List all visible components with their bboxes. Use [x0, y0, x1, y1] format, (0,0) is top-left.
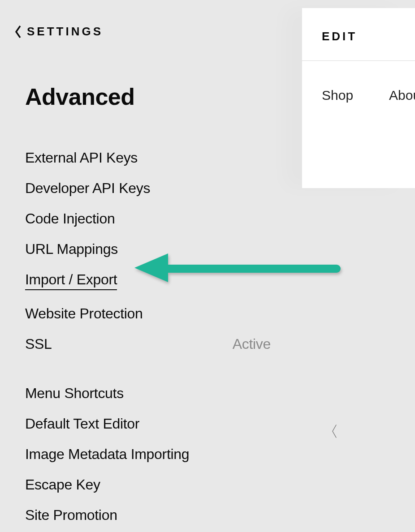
- menu-item-escape-key[interactable]: Escape Key: [25, 477, 271, 492]
- menu-item-website-protection[interactable]: Website Protection: [25, 306, 271, 321]
- menu-item-site-promotion[interactable]: Site Promotion: [25, 508, 271, 522]
- divider: [302, 60, 415, 61]
- menu-item-label: Image Metadata Importing: [25, 447, 189, 461]
- menu-item-label: URL Mappings: [25, 242, 118, 256]
- advanced-menu: External API Keys Developer API Keys Cod…: [25, 150, 271, 522]
- menu-item-label: Site Promotion: [25, 508, 117, 522]
- menu-item-external-api-keys[interactable]: External API Keys: [25, 150, 271, 165]
- menu-item-import-export[interactable]: Import / Export: [25, 272, 271, 290]
- menu-item-url-mappings[interactable]: URL Mappings: [25, 242, 271, 256]
- back-label: SETTINGS: [27, 25, 103, 39]
- menu-item-default-text-editor[interactable]: Default Text Editor: [25, 416, 271, 431]
- page-title: Advanced: [25, 83, 271, 110]
- menu-item-label: Website Protection: [25, 306, 143, 321]
- collapse-panel-button[interactable]: [331, 423, 339, 439]
- site-nav: Shop About: [322, 88, 415, 103]
- menu-item-label: Import / Export: [25, 272, 117, 290]
- menu-item-developer-api-keys[interactable]: Developer API Keys: [25, 181, 271, 195]
- status-badge: Active: [233, 337, 271, 351]
- menu-group-2: Menu Shortcuts Default Text Editor Image…: [25, 386, 271, 522]
- nav-link-about[interactable]: About: [389, 88, 415, 103]
- menu-item-label: Default Text Editor: [25, 416, 139, 431]
- menu-item-label: Developer API Keys: [25, 181, 150, 195]
- chevron-left-icon: [14, 25, 22, 39]
- edit-button[interactable]: EDIT: [322, 30, 415, 43]
- back-to-settings-button[interactable]: SETTINGS: [14, 25, 103, 39]
- menu-item-label: SSL: [25, 337, 52, 351]
- menu-item-label: Menu Shortcuts: [25, 386, 124, 400]
- nav-link-shop[interactable]: Shop: [322, 88, 353, 103]
- menu-item-ssl[interactable]: SSL Active: [25, 337, 271, 351]
- menu-group-1: External API Keys Developer API Keys Cod…: [25, 150, 271, 351]
- menu-item-label: Escape Key: [25, 477, 100, 492]
- menu-item-code-injection[interactable]: Code Injection: [25, 211, 271, 226]
- menu-item-image-metadata-importing[interactable]: Image Metadata Importing: [25, 447, 271, 461]
- menu-item-label: External API Keys: [25, 150, 138, 165]
- menu-item-menu-shortcuts[interactable]: Menu Shortcuts: [25, 386, 271, 400]
- site-preview-panel: EDIT Shop About: [302, 8, 415, 188]
- advanced-settings-panel: SETTINGS Advanced External API Keys Deve…: [0, 0, 296, 532]
- menu-item-label: Code Injection: [25, 211, 115, 226]
